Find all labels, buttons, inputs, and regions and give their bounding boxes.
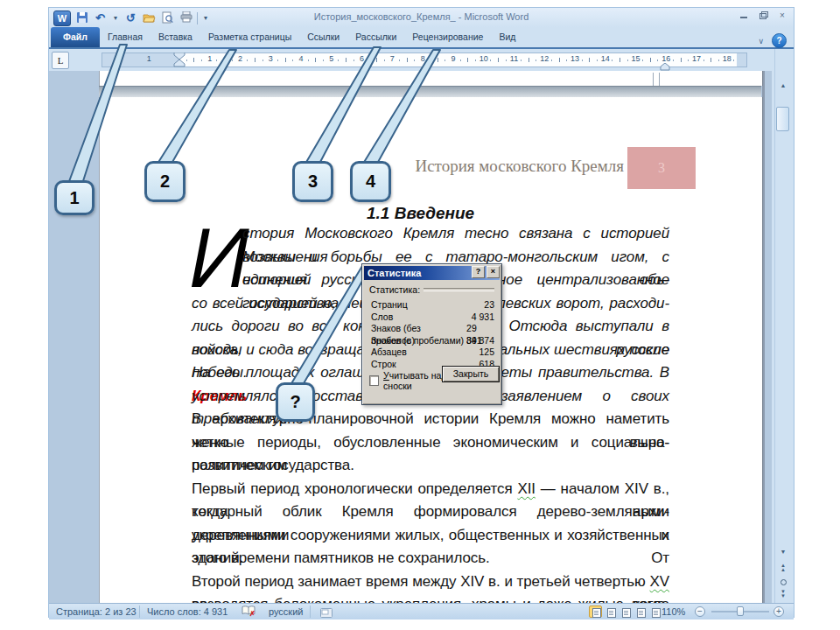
ribbon-tab[interactable]: Вставка <box>150 27 200 47</box>
ruler-number: 5 <box>326 54 337 63</box>
ruler-number: 1 <box>205 54 215 63</box>
ruler-number: 18 <box>722 54 732 63</box>
callout-2: 2 <box>144 161 186 202</box>
body-line: стория Московского Кремля тесно связана … <box>192 222 669 246</box>
outline-view-button[interactable] <box>634 606 647 618</box>
dialog-help-button[interactable]: ? <box>472 266 485 278</box>
select-browse-object-button[interactable] <box>780 579 787 585</box>
body-line: Первый период хронологически определяетс… <box>192 478 669 501</box>
stat-row: Слов 4 931 <box>371 312 494 324</box>
view-buttons <box>589 606 662 618</box>
stat-label: Строк <box>371 359 396 371</box>
body-line: В архитектурно-планировочной истории Кре… <box>192 408 669 431</box>
ruler-number: 3 <box>265 54 276 63</box>
restore-button[interactable] <box>757 10 769 20</box>
ruler-number: 1 <box>144 54 154 63</box>
callout-question: ? <box>276 382 315 422</box>
dialog-close-button[interactable]: Закрыть <box>442 366 500 382</box>
word-count[interactable]: Число слов: 4 931 <box>140 604 234 620</box>
svg-text:✗: ✗ <box>249 610 256 617</box>
help-icon[interactable]: ? <box>772 33 787 48</box>
page-indicator[interactable]: Страница: 2 из 23 <box>49 604 144 620</box>
scroll-up-icon[interactable]: ▲ <box>777 80 789 92</box>
checkbox-icon[interactable] <box>369 375 379 386</box>
previous-page-bottom <box>99 71 763 86</box>
dialog-close-x-button[interactable]: × <box>486 266 500 278</box>
title-bar: W ↶ ▾ ↺ ▾ История_московского_ <box>49 8 794 27</box>
tab-selector-button[interactable]: L <box>52 52 69 69</box>
stat-value: 4 931 <box>472 312 494 324</box>
callout-4: 4 <box>350 161 391 202</box>
web-layout-button[interactable] <box>619 606 632 618</box>
stat-value: 23 <box>484 299 494 312</box>
ruler-zone: L 21123456789101112131415161718 <box>49 49 794 71</box>
ruler-number: 2 <box>235 54 246 63</box>
page-shadow <box>762 71 765 610</box>
indent-markers[interactable] <box>173 52 186 71</box>
vertical-scrollbar[interactable]: ▲ ▼ ▲▲ ▼▼ <box>774 49 791 610</box>
proofing-icon[interactable]: ✗ <box>234 606 262 618</box>
ribbon-tab[interactable]: Рассылки <box>347 27 404 47</box>
ruler-number: 4 <box>296 54 306 63</box>
stat-label: Страниц <box>371 299 408 312</box>
ribbon-tab[interactable]: Рецензирование <box>404 27 491 47</box>
horizontal-ruler[interactable]: 21123456789101112131415161718 <box>102 52 747 67</box>
ruler-number: 17 <box>691 54 702 63</box>
stat-row: Знаков (с пробелами) 34 874 <box>371 335 494 347</box>
language-indicator[interactable]: русский <box>262 604 310 620</box>
section-heading: 1.1 Введение <box>367 204 474 223</box>
zoom-slider-thumb[interactable] <box>737 606 744 616</box>
page-header-title: История московского Кремля <box>186 157 624 176</box>
ruler-number: 12 <box>539 54 550 63</box>
zoom-level[interactable]: 110% <box>662 604 685 620</box>
window-title: История_московского_Кремля_ - Microsoft … <box>49 11 794 22</box>
ruler-number: 13 <box>570 54 580 63</box>
zoom-out-button[interactable]: − <box>695 606 705 617</box>
dialog-group-label: Статистика: <box>369 284 420 295</box>
ribbon-tab[interactable]: Файл <box>51 27 100 47</box>
ruler-number: 14 <box>600 54 611 63</box>
body-line: развитием государства. <box>192 454 669 478</box>
stat-row: Знаков (без пробелов) 29 891 <box>371 323 494 335</box>
ribbon-tab[interactable]: Главная <box>100 27 150 47</box>
stat-label: Слов <box>371 312 393 324</box>
ribbon-tab[interactable]: Вид <box>491 27 523 47</box>
ruler-number: 10 <box>479 54 489 63</box>
language-bar-icon[interactable] <box>313 606 340 617</box>
body-line: тектурный облик Кремля формировался дере… <box>192 500 669 524</box>
close-button[interactable]: × <box>776 10 788 20</box>
screenshot-stage: W ↶ ▾ ↺ ▾ История_московского_ <box>0 0 840 630</box>
ribbon-tab[interactable]: Разметка страницы <box>200 27 299 47</box>
stat-label: Абзацев <box>371 346 407 359</box>
ribbon-tab-row: ФайлГлавнаяВставкаРазметка страницыСсылк… <box>51 27 523 47</box>
body-line: женные периоды, обусловленные экономичес… <box>192 431 669 455</box>
scrollbar-thumb[interactable] <box>776 107 789 131</box>
previous-page-button[interactable]: ▲▲ <box>777 564 789 574</box>
stat-label: Знаков (без пробелов) <box>371 323 466 335</box>
stat-value: 125 <box>479 346 494 359</box>
callout-1: 1 <box>54 180 94 215</box>
ruler-number: 8 <box>417 54 428 63</box>
draft-view-button[interactable] <box>648 606 662 618</box>
zoom-in-button[interactable]: + <box>774 606 784 617</box>
ruler-number: 2 <box>113 54 123 63</box>
stat-row: Абзацев 125 <box>371 346 494 359</box>
ribbon-tab[interactable]: Ссылки <box>299 27 347 47</box>
collapse-ribbon-icon[interactable]: ∨ <box>758 37 764 46</box>
minimize-button[interactable] <box>738 10 750 20</box>
status-bar: Страница: 2 из 23 Число слов: 4 931 ✗ ру… <box>49 603 794 620</box>
callout-3: 3 <box>292 161 333 202</box>
stat-value: 34 874 <box>466 335 494 347</box>
scroll-down-icon[interactable]: ▼ <box>777 546 789 558</box>
next-page-button[interactable]: ▼▼ <box>777 590 789 600</box>
stat-row: Страниц 23 <box>371 299 494 312</box>
ruler-number: 11 <box>508 54 519 63</box>
page-gap <box>99 86 761 98</box>
statistics-dialog[interactable]: Статистика ? × Статистика: Страниц 23 Сл… <box>361 263 502 405</box>
print-layout-view-button[interactable] <box>589 606 602 618</box>
full-screen-reading-button[interactable] <box>604 606 617 618</box>
stat-value: 29 891 <box>466 323 494 335</box>
body-line: Второй период занимает время между XIV в… <box>192 570 669 594</box>
ruler-number: 9 <box>448 54 458 63</box>
body-line: деревянными сооружениями жилых, обществе… <box>192 524 669 548</box>
